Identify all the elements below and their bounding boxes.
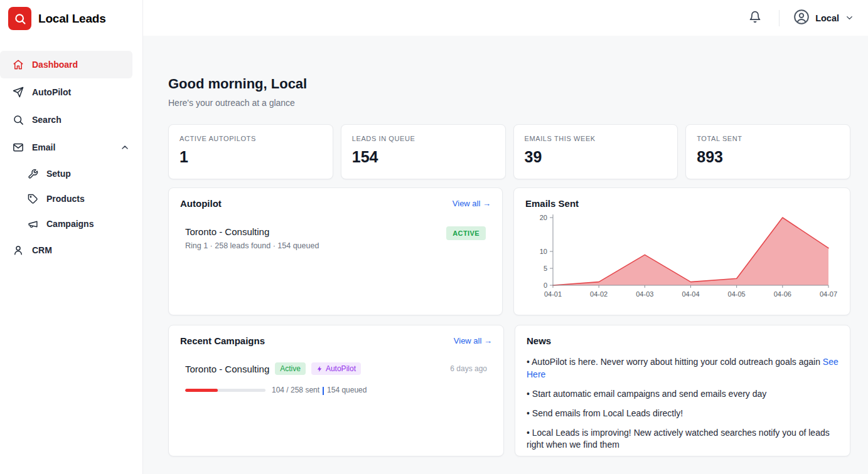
sidebar-item-autopilot[interactable]: AutoPilot bbox=[0, 78, 142, 106]
user-icon bbox=[13, 245, 24, 256]
stat-value: 1 bbox=[179, 148, 322, 166]
sidebar-item-products[interactable]: Products bbox=[0, 186, 142, 211]
page-subtitle: Here's your outreach at a glance bbox=[168, 98, 850, 108]
avatar-icon bbox=[793, 9, 810, 28]
sidebar-item-setup[interactable]: Setup bbox=[0, 161, 142, 186]
app-window: Local Leads Dashboard AutoPilot Search bbox=[0, 0, 868, 474]
svg-text:04-07: 04-07 bbox=[820, 290, 837, 298]
sidebar-item-label: Products bbox=[46, 194, 85, 204]
svg-text:10: 10 bbox=[540, 248, 547, 255]
svg-text:04-06: 04-06 bbox=[774, 290, 791, 298]
campaign-queued-text: 154 queued bbox=[327, 386, 367, 394]
sidebar-item-label: Dashboard bbox=[32, 60, 78, 70]
sidebar-item-crm[interactable]: CRM bbox=[0, 236, 142, 264]
stat-value: 154 bbox=[352, 148, 495, 166]
news-item: • Send emails from Local Leads directly! bbox=[527, 408, 839, 420]
sidebar-item-label: AutoPilot bbox=[32, 87, 71, 97]
emails-sent-panel: Emails Sent 05102004-0104-0204-0304-0404… bbox=[513, 187, 850, 315]
notifications-button[interactable] bbox=[745, 7, 765, 29]
autopilot-item-meta: Ring 1 · 258 leads found · 154 queued bbox=[185, 241, 319, 250]
bell-icon bbox=[749, 11, 761, 25]
app-logo[interactable]: Local Leads bbox=[0, 0, 142, 37]
sidebar-nav: Dashboard AutoPilot Search Email bbox=[0, 51, 142, 264]
stat-value: 893 bbox=[697, 148, 839, 166]
emails-sent-panel-title: Emails Sent bbox=[525, 198, 579, 209]
queued-divider bbox=[323, 387, 324, 395]
tag-icon bbox=[28, 194, 38, 204]
stat-card-leads-in-queue: LEADS IN QUEUE 154 bbox=[341, 124, 506, 179]
stat-card-active-autopilots: ACTIVE AUTOPILOTS 1 bbox=[168, 124, 333, 179]
sidebar-item-dashboard[interactable]: Dashboard bbox=[0, 51, 132, 78]
user-menu[interactable]: Local bbox=[793, 9, 854, 28]
topbar-divider bbox=[779, 10, 780, 26]
news-item: • Start automatic email campaigns and se… bbox=[527, 388, 839, 401]
sidebar-item-label: Search bbox=[32, 115, 62, 125]
chevron-down-icon bbox=[845, 13, 854, 23]
svg-text:5: 5 bbox=[544, 265, 547, 272]
autopilot-item-name: Toronto - Consulting bbox=[185, 226, 319, 237]
campaigns-view-all-link[interactable]: View all → bbox=[454, 336, 492, 345]
campaign-list-item[interactable]: Toronto - Consulting Active AutoPilot bbox=[180, 362, 492, 394]
sidebar-item-label: Setup bbox=[46, 169, 71, 179]
sidebar-item-label: Email bbox=[32, 142, 55, 152]
campaign-active-badge: Active bbox=[275, 362, 306, 375]
panels-row-2: Recent Campaigns View all → Toronto - Co… bbox=[168, 325, 850, 456]
news-panel: News • AutoPilot is here. Never worry ab… bbox=[515, 325, 850, 456]
news-item: • Local Leads is improving! New actively… bbox=[527, 427, 839, 452]
svg-text:04-01: 04-01 bbox=[544, 290, 562, 298]
stat-label: ACTIVE AUTOPILOTS bbox=[179, 135, 322, 142]
sidebar-item-label: Campaigns bbox=[46, 219, 94, 229]
megaphone-icon bbox=[28, 219, 38, 229]
status-badge: ACTIVE bbox=[446, 226, 486, 240]
stat-card-total-sent: TOTAL SENT 893 bbox=[685, 124, 850, 179]
svg-text:04-04: 04-04 bbox=[682, 290, 699, 298]
tools-icon bbox=[28, 169, 38, 179]
user-name-label: Local bbox=[815, 13, 839, 23]
campaign-progress-fill bbox=[185, 389, 218, 392]
campaign-time-ago: 6 days ago bbox=[450, 364, 487, 373]
page-title: Good morning, Local bbox=[168, 76, 850, 92]
stat-label: LEADS IN QUEUE bbox=[352, 135, 495, 142]
dashboard-content: Good morning, Local Here's your outreach… bbox=[143, 36, 868, 474]
svg-text:04-05: 04-05 bbox=[728, 290, 746, 298]
sidebar-item-campaigns[interactable]: Campaigns bbox=[0, 211, 142, 236]
paper-plane-icon bbox=[13, 87, 24, 98]
news-item: • AutoPilot is here. Never worry about h… bbox=[527, 356, 839, 381]
news-panel-title: News bbox=[527, 335, 551, 346]
topbar: Local bbox=[143, 0, 868, 36]
sidebar-item-email[interactable]: Email bbox=[0, 134, 142, 161]
svg-text:04-03: 04-03 bbox=[636, 290, 653, 298]
recent-campaigns-panel: Recent Campaigns View all → Toronto - Co… bbox=[168, 325, 504, 456]
stats-row: ACTIVE AUTOPILOTS 1 LEADS IN QUEUE 154 E… bbox=[168, 124, 850, 179]
autopilot-panel-title: Autopilot bbox=[180, 198, 222, 209]
logo-search-icon bbox=[8, 7, 31, 30]
chevron-up-icon[interactable] bbox=[120, 142, 130, 152]
campaign-sent-text: 104 / 258 sent bbox=[272, 386, 319, 394]
campaign-progress-bar bbox=[185, 389, 265, 392]
svg-text:20: 20 bbox=[540, 214, 547, 221]
stat-value: 39 bbox=[525, 148, 667, 166]
home-icon bbox=[13, 59, 24, 70]
app-name: Local Leads bbox=[38, 12, 106, 26]
svg-text:0: 0 bbox=[544, 282, 547, 289]
sidebar-item-label: CRM bbox=[32, 245, 52, 255]
news-list: • AutoPilot is here. Never worry about h… bbox=[527, 356, 839, 451]
mail-icon bbox=[13, 142, 24, 153]
campaign-name: Toronto - Consulting bbox=[185, 364, 269, 374]
stat-card-emails-this-week: EMAILS THIS WEEK 39 bbox=[513, 124, 678, 179]
main-area: Local Good morning, Local Here's your ou… bbox=[143, 0, 868, 474]
stat-label: EMAILS THIS WEEK bbox=[525, 135, 667, 142]
panels-row-1: Autopilot View all → Toronto - Consultin… bbox=[168, 187, 850, 315]
search-icon bbox=[13, 114, 24, 125]
autopilot-list-item[interactable]: Toronto - Consulting Ring 1 · 258 leads … bbox=[180, 226, 491, 250]
sidebar: Local Leads Dashboard AutoPilot Search bbox=[0, 0, 143, 474]
bolt-icon bbox=[316, 366, 323, 372]
svg-text:04-02: 04-02 bbox=[590, 290, 608, 298]
sidebar-item-search[interactable]: Search bbox=[0, 106, 142, 134]
stat-label: TOTAL SENT bbox=[697, 135, 839, 142]
autopilot-view-all-link[interactable]: View all → bbox=[453, 199, 491, 208]
emails-sent-chart: 05102004-0104-0204-0304-0404-0504-0604-0… bbox=[525, 211, 839, 304]
autopilot-panel: Autopilot View all → Toronto - Consultin… bbox=[168, 187, 503, 315]
campaign-autopilot-badge: AutoPilot bbox=[311, 362, 361, 375]
campaigns-panel-title: Recent Campaigns bbox=[180, 335, 265, 346]
